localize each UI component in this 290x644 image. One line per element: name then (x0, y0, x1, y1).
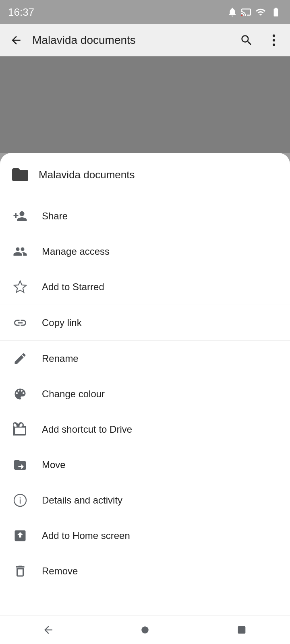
home-screen-icon (11, 527, 29, 545)
nav-bar (0, 615, 290, 644)
rename-icon (11, 350, 29, 367)
search-button[interactable] (237, 31, 256, 50)
battery-icon (270, 7, 282, 17)
link-icon (11, 314, 29, 332)
svg-point-1 (273, 39, 275, 41)
app-bar-title: Malavida documents (32, 34, 230, 47)
menu-list: Share Manage access Add to Starred (0, 195, 290, 592)
folder-icon (10, 164, 31, 185)
menu-item-change-colour[interactable]: Change colour (0, 376, 290, 412)
status-icons (227, 7, 282, 17)
copy-link-label: Copy link (42, 317, 82, 328)
share-person-icon (11, 207, 29, 225)
menu-item-remove[interactable]: Remove (0, 553, 290, 589)
palette-icon (11, 385, 29, 403)
bottom-sheet: Malavida documents Share Manage access (0, 153, 290, 644)
nav-home-button[interactable] (129, 618, 161, 642)
back-button[interactable] (6, 31, 26, 50)
background-overlay (0, 56, 290, 153)
star-icon (11, 278, 29, 296)
move-icon (11, 456, 29, 474)
move-label: Move (42, 459, 66, 471)
wifi-icon (255, 7, 267, 17)
cast-icon (241, 7, 251, 17)
manage-access-label: Manage access (42, 246, 110, 257)
rename-label: Rename (42, 353, 79, 364)
svg-point-0 (273, 35, 275, 37)
add-starred-label: Add to Starred (42, 281, 104, 293)
app-bar-icons (237, 31, 284, 50)
menu-item-add-shortcut[interactable]: Add shortcut to Drive (0, 412, 290, 447)
remove-icon (11, 562, 29, 580)
nav-back-button[interactable] (32, 618, 64, 642)
info-icon (11, 491, 29, 509)
share-label: Share (42, 211, 68, 222)
sheet-header: Malavida documents (0, 153, 290, 195)
sheet-folder-name: Malavida documents (39, 169, 135, 181)
menu-item-manage-access[interactable]: Manage access (0, 234, 290, 269)
more-options-button[interactable] (264, 31, 284, 50)
manage-access-icon (11, 243, 29, 260)
details-activity-label: Details and activity (42, 495, 122, 506)
menu-item-share[interactable]: Share (0, 198, 290, 234)
menu-item-add-home-screen[interactable]: Add to Home screen (0, 518, 290, 553)
svg-point-6 (141, 626, 149, 634)
change-colour-label: Change colour (42, 388, 105, 400)
nav-recents-button[interactable] (226, 618, 258, 642)
menu-item-details-activity[interactable]: Details and activity (0, 483, 290, 518)
notification-icon (227, 7, 238, 17)
shortcut-icon (11, 421, 29, 438)
menu-item-rename[interactable]: Rename (0, 341, 290, 376)
svg-point-2 (273, 43, 275, 46)
menu-item-move[interactable]: Move (0, 447, 290, 483)
app-bar: Malavida documents (0, 24, 290, 56)
svg-rect-7 (238, 626, 246, 634)
add-home-screen-label: Add to Home screen (42, 530, 130, 541)
menu-item-copy-link[interactable]: Copy link (0, 305, 290, 341)
status-time: 16:37 (8, 6, 34, 19)
status-bar: 16:37 (0, 0, 290, 24)
add-shortcut-label: Add shortcut to Drive (42, 424, 132, 435)
remove-label: Remove (42, 566, 78, 577)
menu-item-add-starred[interactable]: Add to Starred (0, 269, 290, 305)
